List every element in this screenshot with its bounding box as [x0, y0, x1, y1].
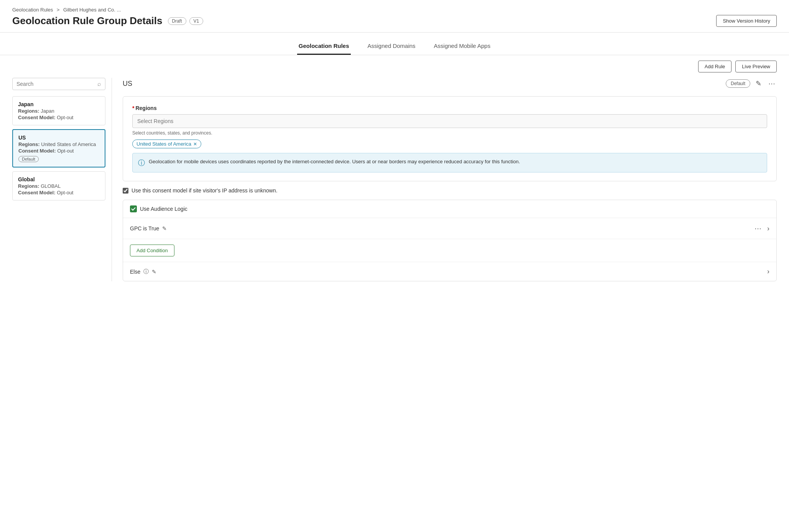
us-default-badge: Default — [18, 156, 39, 162]
else-left: Else ⓘ ✎ — [130, 268, 156, 275]
detail-panel: US Default ✎ ⋯ *Regions Select countries… — [112, 78, 777, 281]
rule-regions-us: Regions: United States of America — [18, 141, 99, 147]
condition-more-options-btn[interactable]: ⋯ — [752, 223, 764, 233]
audience-logic-label: Use Audience Logic — [140, 206, 187, 212]
else-info-icon[interactable]: ⓘ — [143, 268, 149, 275]
search-box: ⌕ — [12, 78, 105, 90]
search-icon: ⌕ — [97, 80, 101, 87]
rule-detail-title: US — [123, 80, 132, 88]
condition-right: ⋯ › — [752, 223, 769, 233]
rule-consent-global: Consent Model: Opt-out — [18, 190, 100, 195]
main-layout: ⌕ Japan Regions: Japan Consent Model: Op… — [0, 78, 789, 294]
condition-edit-icon[interactable]: ✎ — [162, 225, 167, 232]
regions-card: *Regions Select countries, states, and p… — [123, 96, 777, 181]
regions-select-input[interactable] — [132, 114, 767, 128]
regions-info-box: ⓘ Geolocation for mobile devices uses co… — [132, 153, 767, 172]
rule-edit-icon-btn[interactable]: ✎ — [754, 78, 763, 89]
live-preview-button[interactable]: Live Preview — [735, 61, 777, 72]
page-title: Geolocation Rule Group Details — [12, 15, 163, 27]
rule-consent-japan: Consent Model: Opt-out — [18, 115, 100, 120]
search-input[interactable] — [16, 81, 97, 87]
condition-left: GPC is True ✎ — [130, 225, 167, 232]
breadcrumb-current: Gilbert Hughes and Co. ... — [63, 7, 121, 13]
rule-more-options-btn[interactable]: ⋯ — [767, 78, 777, 89]
breadcrumb-link[interactable]: Geolocation Rules — [12, 7, 53, 13]
else-label: Else — [130, 269, 140, 275]
page-header: Geolocation Rules > Gilbert Hughes and C… — [0, 0, 789, 33]
rule-name-japan: Japan — [18, 101, 100, 107]
required-star: * — [132, 105, 134, 111]
breadcrumb: Geolocation Rules > Gilbert Hughes and C… — [12, 7, 777, 13]
tab-assigned-domains[interactable]: Assigned Domains — [366, 39, 417, 55]
rule-name-global: Global — [18, 176, 100, 182]
condition-chevron-icon[interactable]: › — [767, 225, 769, 233]
info-circle-icon: ⓘ — [138, 158, 145, 167]
consent-checkbox-label: Use this consent model if site visitor's… — [132, 187, 278, 194]
audience-logic-card: Use Audience Logic GPC is True ✎ ⋯ › Add… — [123, 200, 777, 281]
rule-card-global[interactable]: Global Regions: GLOBAL Consent Model: Op… — [12, 171, 105, 200]
consent-checkbox[interactable] — [123, 188, 128, 194]
else-row: Else ⓘ ✎ › — [123, 262, 776, 281]
else-chevron-icon[interactable]: › — [767, 268, 769, 276]
badge-row: Draft V1 — [168, 17, 204, 25]
rule-card-us[interactable]: US Regions: United States of America Con… — [12, 129, 105, 167]
sidebar: ⌕ Japan Regions: Japan Consent Model: Op… — [12, 78, 112, 281]
condition-row-gpc: GPC is True ✎ ⋯ › — [123, 218, 776, 239]
add-condition-row: Add Condition — [123, 239, 776, 262]
tab-geolocation-rules[interactable]: Geolocation Rules — [297, 39, 351, 55]
regions-label: *Regions — [132, 105, 767, 111]
else-edit-icon[interactable]: ✎ — [152, 269, 156, 275]
region-tag-usa: United States of America ✕ — [132, 140, 201, 148]
tag-list: United States of America ✕ — [132, 140, 767, 148]
audience-logic-row: Use Audience Logic — [123, 200, 776, 218]
regions-info-text: Geolocation for mobile devices uses coor… — [149, 158, 520, 166]
draft-badge: Draft — [168, 17, 186, 25]
breadcrumb-separator: > — [57, 7, 60, 13]
version-badge: V1 — [189, 17, 204, 25]
condition-label: GPC is True — [130, 225, 159, 232]
rule-header-actions: Default ✎ ⋯ — [726, 78, 777, 89]
rule-consent-us: Consent Model: Opt-out — [18, 148, 99, 154]
show-version-history-button[interactable]: Show Version History — [716, 15, 777, 27]
add-condition-button[interactable]: Add Condition — [130, 245, 174, 256]
rule-name-us: US — [18, 135, 99, 141]
toolbar-row: Add Rule Live Preview — [0, 55, 789, 78]
region-tag-usa-label: United States of America — [136, 141, 191, 147]
add-rule-button[interactable]: Add Rule — [698, 61, 731, 72]
consent-row: Use this consent model if site visitor's… — [123, 187, 777, 194]
region-tag-usa-remove[interactable]: ✕ — [193, 141, 197, 147]
tabs-bar: Geolocation Rules Assigned Domains Assig… — [0, 33, 789, 55]
tab-assigned-mobile-apps[interactable]: Assigned Mobile Apps — [432, 39, 492, 55]
rule-regions-global: Regions: GLOBAL — [18, 183, 100, 189]
rule-regions-japan: Regions: Japan — [18, 108, 100, 114]
rule-card-japan[interactable]: Japan Regions: Japan Consent Model: Opt-… — [12, 96, 105, 125]
regions-helper-text: Select countries, states, and provinces. — [132, 130, 767, 136]
detail-default-pill: Default — [726, 79, 750, 88]
rule-header: US Default ✎ ⋯ — [123, 78, 777, 89]
audience-logic-check-icon — [130, 205, 137, 212]
